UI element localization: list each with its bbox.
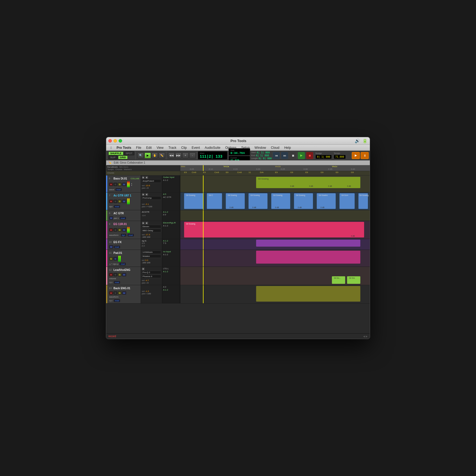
mute-btn-6[interactable]: M [122, 183, 126, 186]
slip-mode[interactable]: SLIP [108, 156, 118, 159]
plug-icon-12[interactable]: ■ [142, 267, 145, 270]
insert1-11[interactable]: UViWrkstn [142, 250, 161, 254]
mute-btn-12[interactable]: M [122, 273, 126, 276]
app-menu[interactable]: Pro Tools [114, 145, 133, 150]
maximize-button[interactable] [119, 139, 122, 143]
insert1-9[interactable]: Eleven [142, 225, 161, 228]
track-info-7: 7 Ac GTR U87 1 ● I S M [107, 192, 141, 210]
track-plugs-7: ■ ■ ProComp vol -2.1 pan • +100 [141, 192, 162, 210]
playhead-6 [203, 175, 203, 192]
menu-track[interactable]: Track [166, 145, 179, 150]
chord-row: Chords E9 Cm9 E9 Cm9 E9 Cm9 11 D/A E9 G9… [106, 171, 370, 175]
solo-btn-13[interactable]: S [118, 291, 122, 295]
read-btn-6[interactable]: read [115, 188, 122, 191]
play-button[interactable]: ▶ [298, 152, 305, 159]
zoom-tool[interactable]: 🔍 [137, 153, 144, 158]
forward-btn[interactable]: ▶▶ [175, 153, 182, 158]
io-label-8: A 1-2 [163, 211, 179, 213]
ruler-labels-2: Tempo Chords Markers [107, 168, 179, 171]
zoom-out-btn[interactable]: - [189, 153, 196, 158]
nudge-label: Nudge [315, 152, 332, 154]
plug-btns-9: ■ ■ [142, 222, 161, 225]
menu-view[interactable]: View [154, 145, 166, 150]
rec-btn-13[interactable]: ● [109, 291, 113, 295]
plug-icon2-9[interactable]: ■ [145, 222, 148, 225]
mute-btn-13[interactable]: M [122, 291, 126, 295]
read-btn-8[interactable]: read [120, 217, 126, 220]
shuffle-mode[interactable]: SHUFFLE [108, 151, 123, 155]
mute-btn-9[interactable]: M [122, 228, 126, 232]
plug-icon-7[interactable]: ■ [142, 193, 145, 196]
svg-text:Gil Gowing: Gil Gowing [296, 194, 305, 196]
insert2-9[interactable]: BBD Delay [142, 229, 161, 232]
waveform-svg-9: Gil Gowing 4 dB [180, 221, 370, 239]
read-btn-12[interactable]: read [114, 281, 120, 284]
rewind-button[interactable]: ⏮ [273, 152, 280, 159]
close-button[interactable] [108, 139, 112, 143]
menu-help[interactable]: Help [282, 145, 293, 150]
input-btn-13[interactable]: I [113, 291, 117, 295]
grab-tool[interactable]: ✋ [151, 153, 158, 158]
rec-btn-6[interactable]: ● [109, 183, 113, 186]
solo-btn-11[interactable]: S [109, 257, 113, 260]
input-btn-9[interactable]: I [113, 228, 117, 232]
insert2-12[interactable]: Phoenix II [142, 275, 161, 278]
zoom-in-btn[interactable]: + [182, 153, 189, 158]
track-controls-11: S S [108, 256, 140, 262]
insert2-11[interactable]: Mutator [142, 254, 161, 258]
start-value: 4| 1| 860 [257, 151, 270, 154]
insert1-12[interactable]: Pro-Q 2 [142, 271, 161, 274]
menu-clip[interactable]: Clip [179, 145, 189, 150]
track-row-8: 8 AC GTR M pan L read ACGTR -0.4 [106, 210, 370, 221]
track-header-6: 6 Bass DI.01 COLLAB [108, 176, 140, 181]
insert1-7[interactable]: ProComp [142, 196, 161, 200]
pan-l-label-8: pan L [114, 217, 119, 219]
orange-btn-2[interactable]: ⏸ [361, 152, 369, 159]
orange-btn-1[interactable]: ▶ [352, 152, 360, 159]
read-btn-11[interactable]: read [119, 263, 126, 265]
select-tool[interactable]: ▶ [144, 153, 151, 158]
mute-btn-11[interactable]: S [113, 257, 117, 260]
time-35: 0:35 [328, 168, 332, 170]
pencil-tool[interactable]: ✏️ [158, 153, 165, 158]
spot-mode[interactable]: SPOT [124, 151, 134, 155]
mute-btn-8[interactable]: M [109, 216, 113, 220]
up-arrow-6[interactable]: ▲ [131, 182, 133, 184]
rec-btn-9[interactable]: ● [109, 228, 113, 232]
solo-btn-9[interactable]: S [118, 228, 122, 232]
solo-btn-6[interactable]: S [118, 183, 122, 186]
track-left-12: 12 LeadVoxENG ● I S M volume [106, 267, 180, 285]
length-label: Length [251, 157, 258, 160]
mute-btn-7[interactable]: M [122, 200, 126, 203]
plug-icon2-7[interactable]: ■ [145, 193, 148, 196]
input-btn-7[interactable]: I [113, 200, 117, 203]
read-btn-10[interactable]: read [114, 246, 120, 249]
record-button[interactable]: ⏺ [306, 152, 313, 159]
read-btn-13[interactable]: read [114, 299, 120, 302]
track-right-12: Gil Go... Gil Grs [180, 267, 370, 285]
plug-icon-9[interactable]: ■ [142, 222, 145, 225]
solo-btn-7[interactable]: S [118, 200, 122, 203]
rec-btn-7[interactable]: ● [109, 200, 113, 203]
solo-btn-12[interactable]: S [118, 273, 122, 276]
grid-mode[interactable]: GRID [118, 156, 128, 159]
input-btn-12[interactable]: I [113, 273, 117, 276]
mute-btn-10[interactable]: M [109, 245, 113, 249]
input-btn-6[interactable]: I [113, 183, 117, 186]
tempo-info: Tempo [334, 152, 346, 154]
insert1-6[interactable]: AmpliTube3 [142, 179, 161, 183]
plug-icon2-6[interactable]: ■ [145, 176, 148, 179]
plug-icon-6[interactable]: ■ [142, 176, 145, 179]
rec-btn-12[interactable]: ● [109, 273, 113, 276]
apple-menu[interactable]:  [108, 145, 114, 150]
down-arrow-6[interactable]: ▼ [131, 184, 133, 186]
minimize-button[interactable] [113, 139, 117, 143]
menu-edit[interactable]: Edit [144, 145, 154, 150]
track-left-6: 6 Bass DI.01 COLLAB ● I S M [106, 175, 180, 192]
read-btn-7[interactable]: read [114, 205, 120, 208]
read-btn-9[interactable]: read [127, 234, 134, 237]
menu-file[interactable]: File [134, 145, 143, 150]
back-btn[interactable]: ◀◀ [168, 153, 175, 158]
stop-button[interactable]: ⏹ [289, 152, 297, 159]
ff-button[interactable]: ⏭ [281, 152, 288, 159]
